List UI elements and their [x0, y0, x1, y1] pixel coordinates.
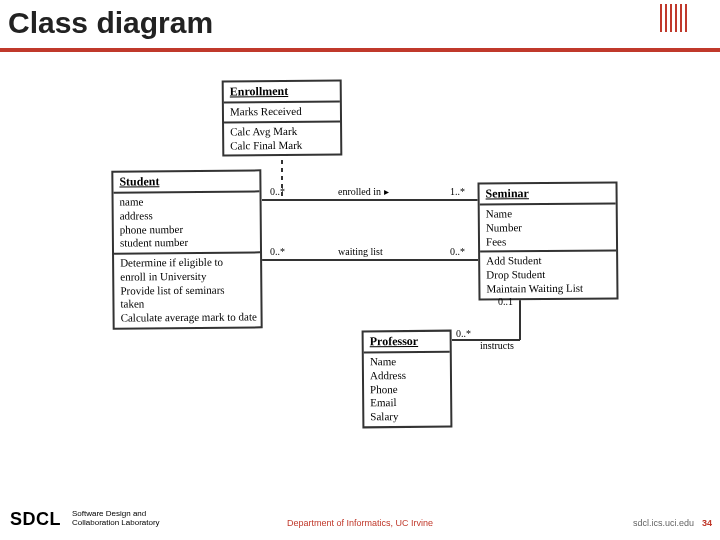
multiplicity: 0..* [456, 328, 471, 339]
class-attrs: name address phone number student number [114, 192, 261, 254]
class-professor: Professor Name Address Phone Email Salar… [362, 330, 453, 429]
op: Determine if eligible to [120, 255, 254, 270]
attr: Phone [370, 382, 444, 396]
multiplicity: 0..* [450, 246, 465, 257]
op: Add Student [486, 254, 610, 269]
class-ops: Calc Avg Mark Calc Final Mark [224, 122, 340, 155]
op: taken [120, 297, 254, 312]
op: Calc Avg Mark [230, 124, 334, 139]
diagram-canvas: Enrollment Marks Received Calc Avg Mark … [0, 70, 720, 470]
class-name: Student [113, 171, 259, 193]
attr: Name [486, 206, 610, 221]
class-name: Enrollment [224, 81, 340, 103]
class-enrollment: Enrollment Marks Received Calc Avg Mark … [222, 79, 343, 156]
op: Drop Student [486, 267, 610, 282]
multiplicity: 0..* [270, 246, 285, 257]
class-attrs: Marks Received [224, 102, 340, 123]
multiplicity: 0..1 [498, 296, 513, 307]
attr: Salary [370, 410, 444, 424]
attr: Fees [486, 234, 610, 249]
class-ops: Determine if eligible to enroll in Unive… [114, 253, 261, 327]
op: enroll in University [120, 269, 254, 284]
op: Calculate average mark to date [121, 310, 255, 325]
title-underline [0, 48, 720, 52]
attr: Number [486, 220, 610, 235]
attr: Address [370, 368, 444, 382]
attr: address [120, 208, 254, 223]
attr: Marks Received [230, 105, 334, 120]
assoc-label: waiting list [338, 246, 383, 257]
footer: SDCL Software Design and Collaboration L… [0, 508, 720, 530]
attr: student number [120, 236, 254, 251]
class-attrs: Name Number Fees [480, 204, 616, 252]
multiplicity: 0..* [270, 186, 285, 197]
corner-decoration [660, 4, 696, 32]
op: Maintain Waiting List [486, 281, 610, 296]
class-name: Professor [364, 332, 450, 354]
attr: name [120, 194, 254, 209]
class-seminar: Seminar Name Number Fees Add Student Dro… [477, 181, 618, 300]
department-text: Department of Informatics, UC Irvine [0, 518, 720, 528]
slide-title: Class diagram [8, 6, 213, 40]
attr: Name [370, 355, 444, 369]
op: Provide list of seminars [120, 283, 254, 298]
attr: phone number [120, 222, 254, 237]
multiplicity: 1..* [450, 186, 465, 197]
attr: Email [370, 396, 444, 410]
assoc-label: enrolled in ▸ [338, 186, 389, 197]
class-student: Student name address phone number studen… [111, 169, 262, 329]
op: Calc Final Mark [230, 138, 334, 153]
class-attrs: Name Address Phone Email Salary [364, 353, 451, 426]
assoc-label: instructs [480, 340, 514, 351]
class-ops: Add Student Drop Student Maintain Waitin… [480, 252, 616, 298]
url-text: sdcl.ics.uci.edu [633, 518, 694, 528]
slide: Class diagram Enrollment Marks Received … [0, 0, 720, 540]
page-number: 34 [702, 518, 712, 528]
class-name: Seminar [480, 183, 616, 205]
